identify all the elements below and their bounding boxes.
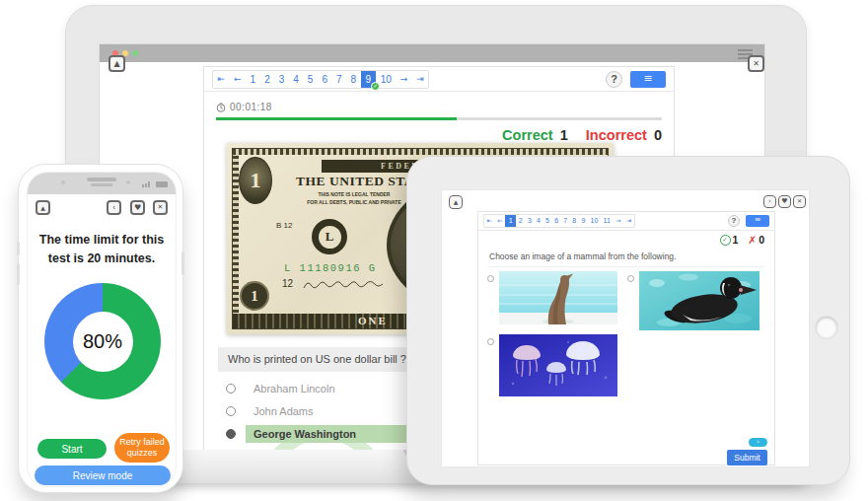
- scroll-top-button[interactable]: ▲: [36, 200, 50, 215]
- page-button-11[interactable]: 11: [601, 215, 613, 227]
- bill-federal-seal: L: [312, 219, 347, 254]
- incorrect-count: 0: [654, 127, 662, 143]
- first-page-button[interactable]: ⇤: [484, 215, 495, 227]
- radio-icon[interactable]: [487, 338, 494, 345]
- review-mode-button[interactable]: Review mode: [35, 465, 171, 485]
- correct-count: 1: [560, 127, 568, 143]
- divider: [488, 266, 764, 267]
- page-button-8[interactable]: 8: [570, 215, 579, 227]
- signal-icon: [142, 181, 150, 187]
- quiz-menu-button[interactable]: ≡: [746, 215, 769, 227]
- radio-icon[interactable]: [226, 406, 236, 416]
- bill-plate-number: 12: [282, 278, 293, 289]
- close-button[interactable]: ✕: [793, 195, 806, 208]
- bill-numeral-bottom-left: 1: [240, 281, 269, 311]
- option-image-sea-lion[interactable]: [499, 271, 617, 324]
- page-button-2[interactable]: 2: [260, 71, 275, 88]
- page-button-8[interactable]: 8: [346, 71, 361, 88]
- retry-failed-quizzes-button[interactable]: Retry failed quizzes: [114, 433, 170, 463]
- clock-icon: [216, 103, 226, 112]
- home-button[interactable]: [816, 317, 837, 338]
- scroll-top-button[interactable]: ▲: [108, 55, 125, 72]
- submit-button[interactable]: Submit: [727, 450, 767, 465]
- option-image-jellyfish[interactable]: [499, 334, 617, 396]
- first-page-button[interactable]: ⇤: [213, 71, 230, 88]
- next-page-button[interactable]: →: [396, 71, 412, 88]
- page-button-9[interactable]: 9: [579, 215, 588, 227]
- prev-page-button[interactable]: ←: [495, 215, 506, 227]
- phone-screen: ▲ ‹ ♥ ✕ The time limit for this test is …: [27, 172, 177, 487]
- radio-icon[interactable]: [487, 275, 494, 282]
- score-donut-chart: 80%: [44, 283, 161, 399]
- prev-page-button[interactable]: ←: [230, 71, 247, 88]
- option-image-penguin[interactable]: [639, 271, 760, 330]
- score-bar: Correct 1 Incorrect 0: [204, 120, 674, 143]
- incorrect-cross-icon: ✗: [748, 234, 757, 246]
- camera-dot-icon: [126, 180, 130, 184]
- tablet-quiz-panel: ⇤ ← 1 2 3 4 5 6 7 8 9 10 11 → ⇥: [477, 211, 775, 465]
- timer-value: 00:01:18: [230, 102, 272, 112]
- page-button-7[interactable]: 7: [561, 215, 570, 227]
- bill-serial-number: L 11180916 G: [284, 262, 377, 274]
- pagination-group: ⇤ ← 1 2 3 4 5 6 7 8 9 10 11 → ⇥: [483, 214, 635, 228]
- page-button-10[interactable]: 10: [588, 215, 601, 227]
- correct-count: 1: [733, 234, 739, 246]
- last-page-button[interactable]: ⇥: [412, 71, 429, 88]
- bill-legal-text: THIS NOTE IS LEGAL TENDER FOR ALL DEBTS,…: [296, 191, 412, 206]
- volume-button: [17, 263, 20, 285]
- tablet-mockup: ▲ › ♥ ✕ ⇤ ← 1 2 3 4 5 6 7 8: [406, 156, 850, 485]
- timer: 00:01:18: [204, 92, 674, 112]
- correct-label: Correct: [502, 127, 553, 143]
- bill-border-pattern: [233, 149, 608, 155]
- next-button[interactable]: ›: [749, 438, 767, 447]
- camera-dot-icon: [61, 180, 65, 184]
- score-bar: ✓ 1 ✗ 0: [720, 234, 765, 246]
- close-button[interactable]: ✕: [748, 55, 764, 72]
- page-button-3[interactable]: 3: [525, 215, 534, 227]
- status-bar: [28, 173, 176, 194]
- back-button[interactable]: ‹: [107, 200, 121, 215]
- start-button[interactable]: Start: [37, 439, 107, 459]
- page-button-9-current[interactable]: 9 ✓: [361, 71, 377, 88]
- page-button-1[interactable]: 1: [246, 71, 260, 88]
- next-page-button[interactable]: →: [613, 215, 623, 227]
- page-button-2[interactable]: 2: [516, 215, 525, 227]
- incorrect-label: Incorrect: [586, 127, 647, 143]
- pagination-group: ⇤ ← 1 2 3 4 5 6 7 8 9 ✓ 10 → ⇥: [212, 70, 429, 89]
- correct-check-icon: ✓: [720, 235, 731, 246]
- volume-button: [17, 242, 20, 255]
- help-button[interactable]: ?: [606, 71, 622, 88]
- page-button-4[interactable]: 4: [289, 71, 304, 88]
- radio-icon[interactable]: [226, 384, 236, 394]
- page-button-5[interactable]: 5: [303, 71, 318, 88]
- radio-icon[interactable]: [627, 275, 634, 282]
- speaker-icon: [91, 183, 112, 186]
- tablet-screen: ▲ › ♥ ✕ ⇤ ← 1 2 3 4 5 6 7 8: [441, 189, 810, 467]
- scroll-top-button[interactable]: ▲: [449, 195, 463, 209]
- bill-numeral-top-left: 1: [239, 157, 272, 204]
- page-button-6[interactable]: 6: [552, 215, 561, 227]
- page-button-1-current[interactable]: 1: [505, 215, 516, 227]
- page-button-6[interactable]: 6: [318, 71, 332, 88]
- radio-selected-icon[interactable]: [226, 429, 236, 439]
- speaker-icon: [87, 178, 116, 181]
- maximize-dot-icon[interactable]: [132, 50, 138, 56]
- page-button-3[interactable]: 3: [274, 71, 289, 88]
- last-page-button[interactable]: ⇥: [623, 215, 634, 227]
- browser-title-bar: [100, 44, 764, 62]
- favorite-button[interactable]: ♥: [778, 195, 791, 208]
- close-button[interactable]: ✕: [153, 200, 168, 215]
- page-number: 9: [366, 74, 372, 85]
- help-button[interactable]: ?: [728, 215, 740, 227]
- power-button: [181, 251, 184, 275]
- forward-button[interactable]: ›: [763, 195, 776, 208]
- favorite-button[interactable]: ♥: [130, 200, 145, 215]
- bill-denomination: ONE: [358, 315, 388, 326]
- page-button-7[interactable]: 7: [331, 71, 346, 88]
- quiz-menu-button[interactable]: ≡: [630, 71, 666, 88]
- pagination-bar: ⇤ ← 1 2 3 4 5 6 7 8 9 10 11 → ⇥: [478, 212, 774, 231]
- page-button-4[interactable]: 4: [534, 215, 542, 227]
- bill-signature: [302, 279, 396, 292]
- page-button-5[interactable]: 5: [542, 215, 551, 227]
- battery-icon: [156, 181, 168, 187]
